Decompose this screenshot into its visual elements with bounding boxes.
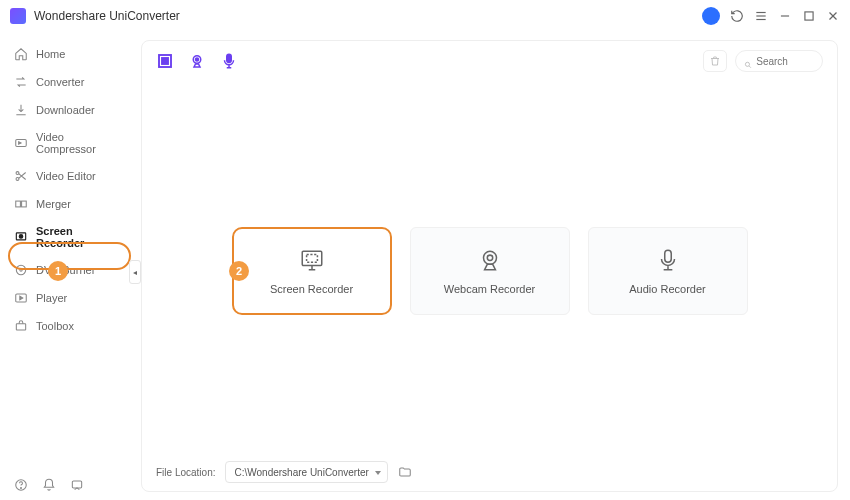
svg-rect-22 — [162, 58, 168, 64]
minimize-icon[interactable] — [778, 9, 792, 23]
titlebar: Wondershare UniConverter — [0, 0, 850, 32]
close-icon[interactable] — [826, 9, 840, 23]
sidebar-item-player[interactable]: Player — [0, 284, 135, 312]
sidebar-item-label: Downloader — [36, 104, 95, 116]
search-box[interactable] — [735, 50, 823, 72]
main: Home Converter Downloader Video Compress… — [0, 32, 850, 500]
microphone-icon — [655, 247, 681, 273]
search-icon — [744, 56, 752, 66]
compressor-icon — [14, 136, 28, 150]
titlebar-right — [702, 7, 840, 25]
file-location-label: File Location: — [156, 467, 215, 478]
sidebar-item-label: Merger — [36, 198, 71, 210]
sidebar-item-screen-recorder[interactable]: Screen Recorder — [0, 218, 135, 256]
svg-rect-25 — [227, 54, 232, 62]
recorder-icon — [14, 230, 28, 244]
svg-rect-29 — [306, 255, 317, 263]
card-webcam-recorder[interactable]: Webcam Recorder — [410, 227, 570, 315]
webcam-icon — [477, 247, 503, 273]
svg-rect-11 — [22, 201, 27, 207]
screen-recorder-icon — [299, 247, 325, 273]
sidebar-item-label: Video Editor — [36, 170, 96, 182]
sidebar-item-merger[interactable]: Merger — [0, 190, 135, 218]
trash-button[interactable] — [703, 50, 727, 72]
annotation-callout-2: 2 — [229, 261, 249, 281]
svg-point-14 — [16, 265, 25, 274]
sidebar-item-home[interactable]: Home — [0, 40, 135, 68]
svg-line-27 — [749, 66, 751, 68]
titlebar-left: Wondershare UniConverter — [10, 8, 180, 24]
home-icon — [14, 47, 28, 61]
mode-audio-icon[interactable] — [220, 52, 238, 70]
svg-point-31 — [487, 255, 492, 260]
sidebar-item-label: Home — [36, 48, 65, 60]
download-icon — [14, 103, 28, 117]
sidebar-footer — [0, 478, 135, 492]
toolbox-icon — [14, 319, 28, 333]
help-icon[interactable] — [14, 478, 28, 492]
player-icon — [14, 291, 28, 305]
svg-rect-20 — [72, 481, 81, 488]
toolbar-right — [703, 50, 823, 72]
scissors-icon — [14, 169, 28, 183]
sidebar-collapse-button[interactable]: ◂ — [129, 260, 141, 284]
app-title: Wondershare UniConverter — [34, 9, 180, 23]
sidebar-item-label: Screen Recorder — [36, 225, 121, 249]
content: Screen Recorder Webcam Recorder Audio Re… — [135, 32, 850, 500]
cards-area: Screen Recorder Webcam Recorder Audio Re… — [142, 81, 837, 453]
feedback-icon[interactable] — [70, 478, 84, 492]
svg-point-15 — [20, 269, 22, 271]
sidebar-item-label: Video Compressor — [36, 131, 121, 155]
refresh-icon[interactable] — [730, 9, 744, 23]
sidebar-item-compressor[interactable]: Video Compressor — [0, 124, 135, 162]
sidebar-item-editor[interactable]: Video Editor — [0, 162, 135, 190]
notification-icon[interactable] — [42, 478, 56, 492]
svg-point-30 — [483, 251, 496, 264]
converter-icon — [14, 75, 28, 89]
svg-point-19 — [21, 487, 22, 488]
svg-point-24 — [196, 58, 199, 61]
footer: File Location: C:\Wondershare UniConvert… — [142, 453, 837, 491]
svg-rect-32 — [664, 250, 671, 262]
sidebar-item-label: Converter — [36, 76, 84, 88]
sidebar-item-downloader[interactable]: Downloader — [0, 96, 135, 124]
dvd-icon — [14, 263, 28, 277]
toolbar — [142, 41, 837, 81]
svg-point-26 — [745, 62, 749, 66]
svg-rect-10 — [16, 201, 21, 207]
svg-rect-17 — [16, 324, 25, 330]
file-location-select[interactable]: C:\Wondershare UniConverter — [225, 461, 387, 483]
sidebar: Home Converter Downloader Video Compress… — [0, 32, 135, 500]
card-audio-recorder[interactable]: Audio Recorder — [588, 227, 748, 315]
card-label: Webcam Recorder — [444, 283, 536, 295]
card-label: Audio Recorder — [629, 283, 705, 295]
sidebar-item-converter[interactable]: Converter — [0, 68, 135, 96]
mode-webcam-icon[interactable] — [188, 52, 206, 70]
svg-point-13 — [19, 235, 23, 239]
sidebar-item-label: Player — [36, 292, 67, 304]
open-folder-button[interactable] — [398, 465, 412, 479]
card-label: Screen Recorder — [270, 283, 353, 295]
menu-icon[interactable] — [754, 9, 768, 23]
svg-rect-4 — [805, 12, 813, 20]
sidebar-item-toolbox[interactable]: Toolbox — [0, 312, 135, 340]
card-screen-recorder[interactable]: Screen Recorder — [232, 227, 392, 315]
app-logo-icon — [10, 8, 26, 24]
sidebar-item-label: Toolbox — [36, 320, 74, 332]
annotation-callout-1: 1 — [48, 261, 68, 281]
user-avatar-icon[interactable] — [702, 7, 720, 25]
maximize-icon[interactable] — [802, 9, 816, 23]
file-location-path: C:\Wondershare UniConverter — [234, 467, 368, 478]
search-input[interactable] — [756, 56, 814, 67]
svg-rect-28 — [302, 251, 322, 265]
panel: Screen Recorder Webcam Recorder Audio Re… — [141, 40, 838, 492]
mode-screen-icon[interactable] — [156, 52, 174, 70]
merger-icon — [14, 197, 28, 211]
